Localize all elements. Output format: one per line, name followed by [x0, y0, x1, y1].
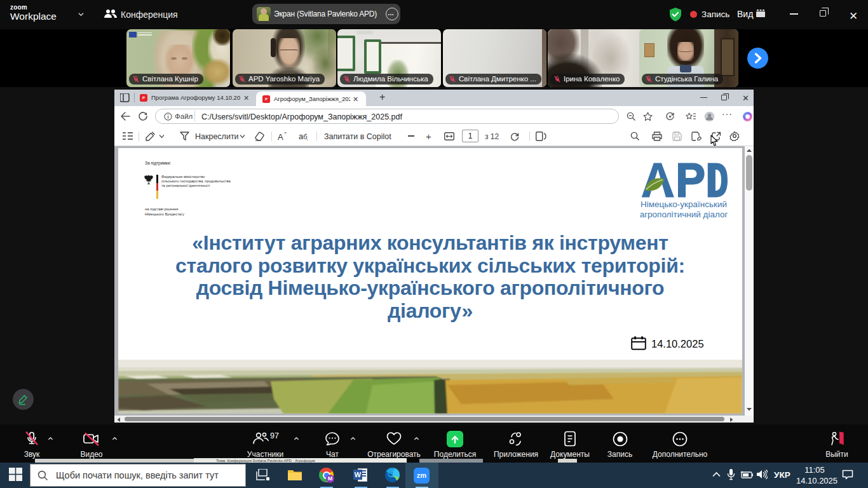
svg-text:97: 97 — [270, 431, 279, 440]
